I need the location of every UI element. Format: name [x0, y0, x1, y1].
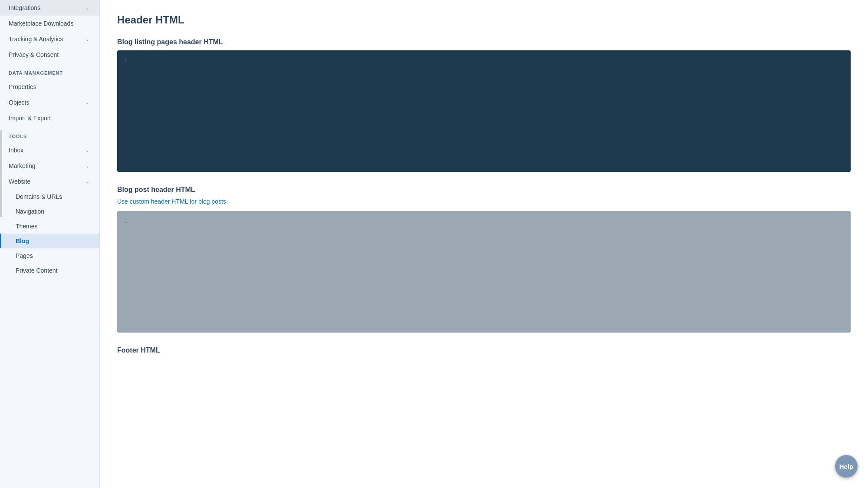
- line-number-1: 1: [124, 57, 128, 64]
- sidebar-item-private-content-label: Private Content: [16, 267, 58, 274]
- chevron-down-icon: ⌄: [84, 36, 91, 43]
- sidebar-item-themes[interactable]: Themes: [0, 219, 99, 234]
- footer-html-title: Footer HTML: [117, 346, 851, 354]
- sidebar-item-tracking-analytics-label: Tracking & Analytics: [9, 36, 63, 43]
- sidebar-item-navigation[interactable]: Navigation: [0, 204, 99, 219]
- sidebar-item-domains-urls[interactable]: Domains & URLs: [0, 189, 99, 204]
- page-title: Header HTML: [117, 14, 851, 26]
- chevron-down-icon: ⌄: [84, 147, 91, 154]
- line-number-2: 1: [124, 218, 128, 224]
- sidebar-item-import-export[interactable]: Import & Export: [0, 110, 99, 126]
- section-header-data-management: Data Management: [0, 63, 99, 79]
- sidebar-item-privacy-consent[interactable]: Privacy & Consent: [0, 47, 99, 63]
- sidebar-item-privacy-consent-label: Privacy & Consent: [9, 51, 59, 58]
- sidebar: Integrations ⌄ Marketplace Downloads Tra…: [0, 0, 100, 488]
- sidebar-item-website[interactable]: Website ⌄: [0, 174, 99, 189]
- help-button[interactable]: Help: [835, 455, 858, 478]
- sidebar-item-blog[interactable]: Blog: [0, 234, 99, 248]
- sidebar-item-marketing[interactable]: Marketing ⌄: [0, 158, 99, 174]
- section1-title: Blog listing pages header HTML: [117, 38, 851, 46]
- sidebar-item-import-export-label: Import & Export: [9, 115, 51, 122]
- section2-title: Blog post header HTML: [117, 186, 851, 194]
- sidebar-item-marketplace-downloads-label: Marketplace Downloads: [9, 20, 73, 27]
- main-content: Header HTML Blog listing pages header HT…: [100, 0, 868, 488]
- sidebar-item-tracking-analytics[interactable]: Tracking & Analytics ⌄: [0, 31, 99, 47]
- sidebar-item-marketing-label: Marketing: [9, 162, 35, 169]
- chevron-down-icon: ⌄: [84, 178, 91, 185]
- sidebar-item-integrations-label: Integrations: [9, 4, 40, 11]
- sidebar-item-marketplace-downloads[interactable]: Marketplace Downloads: [0, 16, 99, 31]
- sidebar-item-objects-label: Objects: [9, 99, 29, 106]
- sidebar-item-pages[interactable]: Pages: [0, 248, 99, 263]
- sidebar-item-properties-label: Properties: [9, 83, 36, 90]
- sidebar-item-navigation-label: Navigation: [16, 208, 44, 215]
- sidebar-scrollbar-thumb: [0, 130, 2, 217]
- sidebar-item-inbox-label: Inbox: [9, 147, 23, 154]
- chevron-down-icon: ⌄: [84, 162, 91, 169]
- sidebar-item-properties[interactable]: Properties: [0, 79, 99, 95]
- sidebar-item-themes-label: Themes: [16, 223, 38, 230]
- sidebar-item-objects[interactable]: Objects ⌄: [0, 95, 99, 110]
- sidebar-item-pages-label: Pages: [16, 252, 33, 259]
- sidebar-item-blog-label: Blog: [16, 237, 29, 244]
- sidebar-item-integrations[interactable]: Integrations ⌄: [0, 0, 99, 16]
- chevron-down-icon: ⌄: [84, 99, 91, 106]
- sidebar-item-inbox[interactable]: Inbox ⌄: [0, 142, 99, 158]
- blog-post-header-editor[interactable]: 1: [117, 211, 851, 333]
- sidebar-item-domains-urls-label: Domains & URLs: [16, 193, 62, 200]
- sidebar-item-website-label: Website: [9, 178, 30, 185]
- blog-listing-header-editor[interactable]: 1: [117, 50, 851, 172]
- section-header-tools: Tools: [0, 126, 99, 142]
- custom-header-toggle[interactable]: Use custom header HTML for blog posts: [117, 198, 226, 205]
- sidebar-item-private-content[interactable]: Private Content: [0, 263, 99, 278]
- chevron-down-icon: ⌄: [84, 4, 91, 11]
